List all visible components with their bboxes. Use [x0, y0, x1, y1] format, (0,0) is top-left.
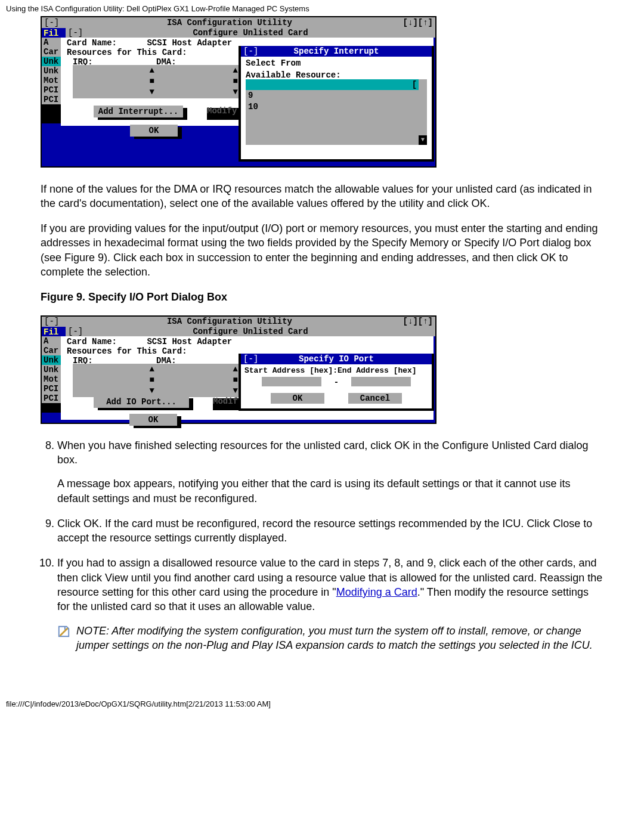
body-paragraph: If none of the values for the DMA or IRQ…	[41, 182, 603, 211]
card-titlebar: [-] Configure Unlisted Card	[66, 327, 435, 336]
titlebar: [-] ISA Configuration Utility [↓][↑]	[42, 317, 435, 327]
dialog-cancel-button[interactable]: Cancel	[348, 393, 402, 404]
titlebar-right: [↓][↑]	[391, 17, 435, 28]
side-item-selected[interactable]: Unk	[42, 57, 61, 66]
dialog-select-label: Select From	[241, 57, 432, 69]
side-column: A Car Unk Unk Mot PCI PCI	[42, 38, 61, 123]
step-10: If you had to assign a disallowed resour…	[57, 556, 603, 652]
menu-file[interactable]: Fil	[42, 28, 67, 38]
modifying-a-card-link[interactable]: Modifying a Card	[336, 586, 417, 598]
figure9-caption: Figure 9. Specify I/O Port Dialog Box	[41, 290, 603, 304]
irq-spinbox[interactable]: ▲■▼	[73, 364, 156, 397]
address-labels: Start Address [hex]:End Address [hex]	[241, 364, 432, 376]
main-content: [-] ISA Configuration Utility [↓][↑] Fil…	[0, 16, 644, 688]
irq-spinbox[interactable]: ▲■▼	[73, 65, 156, 98]
add-interrupt-button[interactable]: Add Interrupt...	[94, 106, 183, 117]
side-item: PCI	[42, 85, 61, 95]
page-footer: file:///C|/infodev/2013/eDoc/OpGX1/SQRG/…	[0, 687, 644, 714]
step-text: If you had to assign a disallowed resour…	[57, 556, 603, 614]
side-item: Mot	[42, 76, 61, 85]
dialog-titlebar-left: [-]	[243, 354, 258, 364]
titlebar-right: [↓][↑]	[391, 317, 435, 327]
step-9: Click OK. If the card must be reconfigur…	[57, 516, 603, 546]
specify-interrupt-dialog: [-] Specify Interrupt Select From Availa…	[239, 46, 434, 162]
titlebar-title: ISA Configuration Utility	[68, 317, 391, 327]
dialog-title: Specify IO Port	[299, 354, 374, 364]
dma-spinbox[interactable]: ▲■▼	[156, 65, 240, 98]
step-text: A message box appears, notifying you eit…	[57, 476, 603, 506]
dialog-titlebar: [-] Specify Interrupt	[241, 46, 432, 57]
menu-file[interactable]: Fil	[42, 327, 67, 336]
figure9: [-] ISA Configuration Utility [↓][↑] Fil…	[41, 315, 436, 424]
side-shadow	[42, 114, 61, 123]
note-text: NOTE: After modifying the system configu…	[76, 624, 603, 653]
address-inputs: -	[241, 376, 432, 389]
dialog-buttons: OK Cancel	[241, 389, 432, 404]
card-name-value: SCSI Host Adapter	[147, 38, 232, 48]
end-address-input[interactable]	[351, 377, 411, 386]
titlebar-title: ISA Configuration Utility	[68, 17, 391, 28]
end-address-label: End Address [hex]	[338, 366, 417, 375]
start-address-label: Start Address [hex]:	[244, 366, 338, 375]
dialog-title: Specify Interrupt	[294, 47, 379, 56]
card-titlebar: [-] Configure Unlisted Card	[66, 28, 435, 38]
card-name-label: Card Name:	[67, 38, 117, 48]
dialog-ok-button[interactable]: OK	[271, 393, 324, 404]
figure8-wrap: [-] ISA Configuration Utility [↓][↑] Fil…	[41, 16, 603, 168]
list-item-selected[interactable]: [↓]	[246, 79, 427, 91]
step-text: When you have finished selecting resourc…	[57, 438, 603, 467]
card-titlebar-left: [-]	[68, 28, 83, 38]
ok-button[interactable]: OK	[130, 125, 178, 137]
list-item[interactable]: 9▲	[246, 90, 427, 101]
card-titlebar-left: [-]	[68, 327, 83, 336]
dma-spinbox[interactable]: ▲■▼	[156, 364, 240, 397]
step-text: Click OK. If the card must be reconfigur…	[57, 516, 603, 546]
figure9-wrap: [-] ISA Configuration Utility [↓][↑] Fil…	[41, 315, 603, 424]
side-item: Car	[42, 346, 61, 355]
side-item: Unk	[42, 365, 61, 374]
side-item: PCI	[42, 95, 61, 104]
body-paragraph: If you are providing values for the inpu…	[41, 221, 603, 279]
side-item: PCI	[42, 394, 61, 403]
listbox-scrollbar[interactable]: ▼	[419, 79, 427, 145]
card-titlebar-title: Configure Unlisted Card	[193, 28, 308, 38]
side-item: A	[42, 38, 61, 47]
note-row: NOTE: After modifying the system configu…	[57, 624, 603, 653]
side-shadow	[42, 104, 61, 114]
step-8: When you have finished selecting resourc…	[57, 438, 603, 506]
specify-io-port-dialog: [-] Specify IO Port Start Address [hex]:…	[239, 354, 434, 411]
add-io-port-button[interactable]: Add IO Port...	[94, 396, 189, 408]
dialog-titlebar: [-] Specify IO Port	[241, 354, 432, 364]
figure8: [-] ISA Configuration Utility [↓][↑] Fil…	[41, 16, 436, 168]
side-item: Unk	[42, 66, 61, 76]
side-item-selected[interactable]: Unk	[42, 355, 61, 365]
page-header: Using the ISA Configuration Utility: Del…	[0, 0, 644, 16]
side-item: PCI	[42, 384, 61, 394]
card-name-label: Card Name:	[67, 337, 117, 346]
side-item: Mot	[42, 374, 61, 384]
dialog-titlebar-left: [-]	[243, 46, 258, 57]
titlebar-left: [-]	[42, 317, 68, 327]
start-address-input[interactable]	[262, 377, 321, 386]
side-item: Car	[42, 47, 61, 57]
titlebar-left: [-]	[42, 17, 68, 28]
card-titlebar-title: Configure Unlisted Card	[193, 327, 308, 336]
available-resource-listbox[interactable]: [↓] 9▲ 10■ ▼	[246, 79, 427, 145]
note-icon	[57, 625, 70, 638]
titlebar: [-] ISA Configuration Utility [↓][↑]	[42, 17, 435, 28]
list-item[interactable]: 10■	[246, 101, 427, 113]
side-column: A Car Unk Unk Mot PCI PCI	[42, 336, 61, 413]
card-name-value: SCSI Host Adapter	[147, 337, 232, 346]
ok-button[interactable]: OK	[129, 414, 177, 426]
side-shadow	[42, 403, 61, 413]
dash: -	[333, 377, 339, 388]
side-item: A	[42, 336, 61, 346]
instruction-list: When you have finished selecting resourc…	[41, 438, 603, 653]
